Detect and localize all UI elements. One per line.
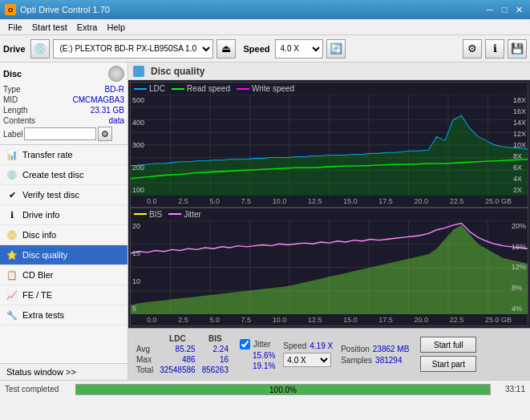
nav-extra-tests-label: Extra tests xyxy=(22,310,64,320)
disc-info-section: Disc Type BD-R MID CMCMAGBA3 Length 23.3… xyxy=(0,63,127,145)
window-controls: ─ □ ✕ xyxy=(483,3,525,16)
main-content: Disc Type BD-R MID CMCMAGBA3 Length 23.3… xyxy=(0,63,530,380)
settings-button[interactable]: ⚙ xyxy=(463,39,482,59)
top-chart-legend: LDC Read speed Write speed xyxy=(131,83,528,95)
stats-table: LDC BIS Avg 85.25 2.24 Max 486 16 Tota xyxy=(133,333,232,375)
start-full-button[interactable]: Start full xyxy=(420,337,476,353)
bottom-chart-legend: BIS Jitter xyxy=(131,208,528,220)
avg-row-label: Avg xyxy=(133,344,156,354)
avg-bis-value: 2.24 xyxy=(199,344,232,354)
read-speed-legend-dot xyxy=(172,88,184,90)
disc-icon xyxy=(108,66,124,82)
bis-col-header: BIS xyxy=(199,333,232,344)
bottom-chart: BIS Jitter xyxy=(130,208,528,326)
start-buttons-area: Start full Start part xyxy=(420,337,476,372)
disc-length-value: 23.31 GB xyxy=(91,106,124,115)
menubar: File Start test Extra Help xyxy=(0,19,530,35)
minimize-button[interactable]: ─ xyxy=(483,3,496,16)
avg-ldc-value: 85.25 xyxy=(156,344,199,354)
disc-quality-icon: ⭐ xyxy=(6,249,18,260)
avg-jitter-row: 15.6% xyxy=(240,351,275,360)
fe-te-icon: 📈 xyxy=(6,289,18,301)
nav-create-test-disc[interactable]: 💿 Create test disc xyxy=(0,165,127,185)
samples-label: Samples xyxy=(341,356,372,365)
chart-title: Disc quality xyxy=(151,66,204,77)
top-chart-x-axis: 0.0 2.5 5.0 7.5 10.0 12.5 15.0 17.5 20.0… xyxy=(131,196,528,207)
jitter-legend-item: Jitter xyxy=(168,210,201,219)
write-speed-legend-label: Write speed xyxy=(252,84,294,93)
read-speed-legend-item: Read speed xyxy=(172,84,230,93)
disc-label-button[interactable]: ⚙ xyxy=(98,127,112,141)
status-window-button[interactable]: Status window >> xyxy=(0,363,127,380)
disc-section-title: Disc xyxy=(3,69,22,79)
chart-header-icon xyxy=(133,66,144,77)
speed-select[interactable]: 4.0 X xyxy=(275,39,323,59)
maximize-button[interactable]: □ xyxy=(498,3,511,16)
menu-extra[interactable]: Extra xyxy=(72,22,103,33)
top-chart-y-axis-right: 18X 16X 14X 12X 10X 8X 6X 4X 2X xyxy=(513,95,526,196)
nav-disc-info[interactable]: 📀 Disc info xyxy=(0,225,127,245)
disc-length-label: Length xyxy=(3,106,28,115)
info-button[interactable]: ℹ xyxy=(485,39,504,59)
nav-create-test-disc-label: Create test disc xyxy=(22,170,83,180)
nav-extra-tests[interactable]: 🔧 Extra tests xyxy=(0,305,127,325)
samples-row: Samples 381294 xyxy=(341,356,409,365)
disc-contents-row: Contents data xyxy=(3,116,124,125)
samples-value: 381294 xyxy=(375,356,402,365)
speed-stat-select[interactable]: 4.0 X xyxy=(283,353,331,367)
jitter-legend-dot xyxy=(168,213,181,215)
top-chart: LDC Read speed Write speed xyxy=(130,82,528,208)
nav-verify-test-disc-label: Verify test disc xyxy=(22,190,79,200)
bottom-chart-x-axis: 0.0 2.5 5.0 7.5 10.0 12.5 15.0 17.5 20.0… xyxy=(131,314,528,325)
nav-disc-quality[interactable]: ⭐ Disc quality xyxy=(0,245,127,265)
menu-help[interactable]: Help xyxy=(102,22,130,33)
max-row-label: Max xyxy=(133,354,156,365)
ldc-legend-label: LDC xyxy=(149,84,165,93)
nav-fe-te-label: FE / TE xyxy=(22,290,52,300)
nav-disc-info-label: Disc info xyxy=(22,230,56,240)
bottom-chart-y-axis-right: 20% 16% 12% 8% 4% xyxy=(512,220,526,314)
nav-cd-bler-label: CD Bler xyxy=(22,270,54,280)
disc-label-row: Label ⚙ xyxy=(3,127,124,141)
charts-container: LDC Read speed Write speed xyxy=(128,80,530,328)
nav-cd-bler[interactable]: 📋 CD Bler xyxy=(0,265,127,285)
max-jitter-row: 19.1% xyxy=(240,361,275,370)
verify-test-disc-icon: ✔ xyxy=(6,189,18,200)
menu-file[interactable]: File xyxy=(3,22,27,33)
bis-legend-dot xyxy=(134,213,147,215)
jitter-checkbox[interactable] xyxy=(240,339,250,349)
chart-header: Disc quality xyxy=(128,63,530,80)
status-window-label: Status window >> xyxy=(6,367,76,377)
right-panel: Disc quality LDC Read speed xyxy=(128,63,530,380)
jitter-label: Jitter xyxy=(253,340,271,349)
left-panel: Disc Type BD-R MID CMCMAGBA3 Length 23.3… xyxy=(0,63,128,380)
ldc-legend-dot xyxy=(134,88,147,90)
close-button[interactable]: ✕ xyxy=(512,3,525,16)
start-part-button[interactable]: Start part xyxy=(420,356,476,372)
nav-verify-test-disc[interactable]: ✔ Verify test disc xyxy=(0,185,127,205)
jitter-speed-area: Jitter 15.6% 19.1% xyxy=(240,339,275,370)
bottom-chart-y-axis-left: 20 15 10 5 xyxy=(132,220,140,314)
eject-button[interactable]: ⏏ xyxy=(216,39,236,59)
save-button[interactable]: 💾 xyxy=(508,39,527,59)
speed-label: Speed xyxy=(244,44,270,54)
app-title-area: O Opti Drive Control 1.70 xyxy=(5,4,110,15)
menu-start-test[interactable]: Start test xyxy=(27,22,72,33)
nav-fe-te[interactable]: 📈 FE / TE xyxy=(0,285,127,305)
app-icon: O xyxy=(5,4,16,15)
nav-drive-info[interactable]: ℹ Drive info xyxy=(0,205,127,225)
drive-icon-button[interactable]: 💿 xyxy=(30,39,50,59)
time-display: 33:11 xyxy=(497,385,525,394)
refresh-button[interactable]: 🔄 xyxy=(326,39,346,59)
progress-bar: 100.0% xyxy=(75,384,491,395)
drive-select[interactable]: (E:) PLEXTOR BD-R PX-LB950SA 1.06 xyxy=(53,39,213,59)
nav-transfer-rate[interactable]: 📊 Transfer rate xyxy=(0,145,127,165)
disc-mid-row: MID CMCMAGBA3 xyxy=(3,95,124,104)
progress-text: 100.0% xyxy=(76,385,490,396)
total-row-label: Total xyxy=(133,365,156,375)
disc-label-input[interactable] xyxy=(24,127,96,140)
bottom-chart-svg xyxy=(131,220,528,314)
drive-info-icon: ℹ xyxy=(6,209,18,220)
stats-table-area: LDC BIS Avg 85.25 2.24 Max 486 16 Tota xyxy=(133,333,232,375)
drive-label: Drive xyxy=(3,44,26,54)
